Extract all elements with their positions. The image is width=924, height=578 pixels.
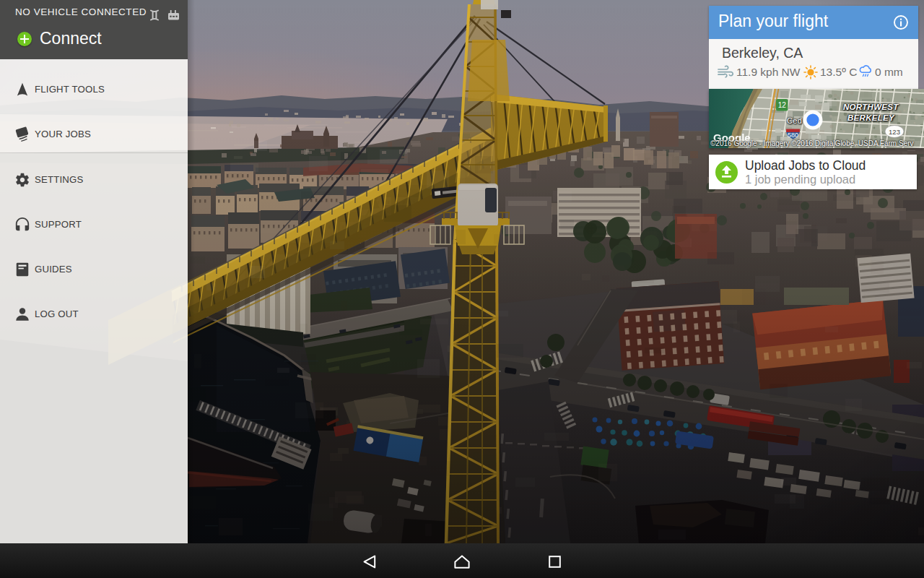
svg-text:580: 580 [788,131,798,139]
svg-text:12: 12 [778,101,787,109]
svg-text:123: 123 [889,128,900,136]
